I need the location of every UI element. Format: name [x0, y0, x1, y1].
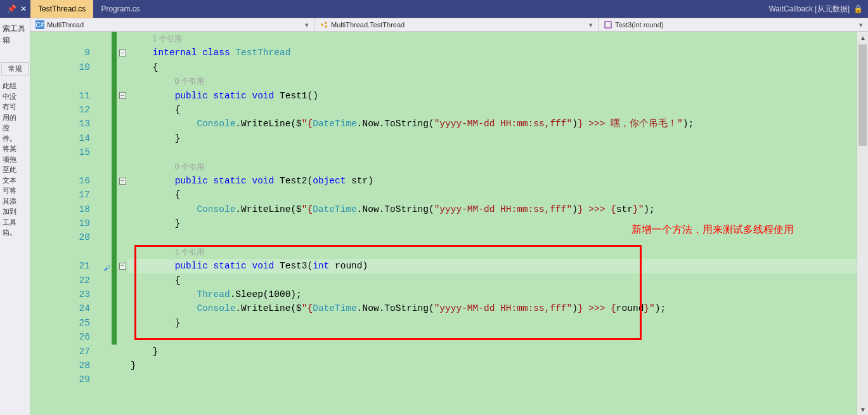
status-right: WaitCallback [从元数据] 🔒 [768, 0, 868, 18]
code-row: 14 } [30, 131, 868, 145]
svg-text:C#: C# [36, 22, 44, 29]
code-text: } [128, 359, 868, 372]
code-text [128, 145, 868, 159]
code-text: internal class TestThread [128, 46, 868, 60]
vertical-scrollbar[interactable]: ▲ ▼ [857, 32, 868, 415]
line-number [30, 245, 96, 259]
glyph-margin [96, 359, 112, 372]
change-marker [112, 145, 117, 159]
class-selector[interactable]: MultiThread.TestThread ▾ [314, 18, 599, 31]
line-number: 19 [30, 216, 96, 230]
code-row: 10 { [30, 60, 868, 74]
codelens-references[interactable]: 1 个引用 [153, 34, 182, 43]
namespace-selector[interactable]: C# MultiThread ▾ [30, 18, 314, 31]
codelens-references[interactable]: 0 个引用 [175, 162, 204, 171]
class-icon [320, 20, 328, 29]
glyph-margin [96, 74, 112, 88]
code-nav-bar: C# MultiThread ▾ MultiThread.TestThread … [30, 18, 868, 32]
glyph-margin [96, 131, 112, 145]
toolbox-category[interactable]: 常规 [1, 62, 29, 76]
change-marker [112, 202, 117, 216]
fold-gutter [117, 117, 128, 131]
glyph-margin [96, 160, 112, 174]
change-marker [112, 273, 117, 287]
code-row: 12 { [30, 103, 868, 117]
glyph-margin: 🖌 [96, 259, 112, 273]
fold-gutter [117, 230, 128, 244]
tab-label: Program.cs [101, 4, 139, 13]
glyph-margin [96, 60, 112, 74]
change-marker [112, 131, 117, 145]
code-row: 23 Thread.Sleep(1000); [30, 287, 868, 301]
code-text: { [128, 60, 868, 74]
change-marker [112, 32, 117, 46]
glyph-margin [96, 202, 112, 216]
code-row: 26 [30, 330, 868, 344]
code-row: 0 个引用 [30, 74, 868, 88]
close-icon[interactable]: ✕ [20, 4, 27, 13]
member-selector[interactable]: Test3(int round) ▾ [599, 18, 868, 31]
chevron-down-icon: ▾ [859, 21, 863, 29]
toolbox-empty-text: 此组 中没 有可 用的 控 件。 将某 项拖 至此 文本 可将 其添 加到 工具… [1, 78, 29, 240]
line-number: 10 [30, 60, 96, 74]
fold-gutter [117, 345, 128, 359]
change-marker [112, 359, 117, 372]
line-number [30, 74, 96, 88]
pin-icon[interactable]: 📌 [7, 4, 16, 13]
code-text: 0 个引用 [128, 160, 868, 174]
line-number: 16 [30, 174, 96, 188]
fold-gutter [117, 202, 128, 216]
scroll-up-icon[interactable]: ▲ [857, 32, 868, 43]
fold-gutter [117, 216, 128, 230]
fold-gutter[interactable]: − [117, 46, 128, 60]
code-text: Console.WriteLine($"{DateTime.Now.ToStri… [128, 202, 868, 216]
glyph-margin [96, 273, 112, 287]
change-marker [112, 216, 117, 230]
code-editor[interactable]: 1 个引用 9 − internal class TestThread 10 { [30, 32, 868, 415]
csharp-icon: C# [36, 20, 44, 29]
code-text: { [128, 188, 868, 202]
fold-gutter [117, 273, 128, 287]
change-marker [112, 316, 117, 330]
svg-point-3 [325, 22, 327, 24]
glyph-margin [96, 245, 112, 259]
tab-program[interactable]: Program.cs [93, 0, 147, 18]
codelens-references[interactable]: 0 个引用 [175, 77, 204, 86]
fold-gutter [117, 316, 128, 330]
code-row: 24 Console.WriteLine($"{DateTime.Now.ToS… [30, 301, 868, 315]
glyph-margin [96, 330, 112, 344]
line-number: 26 [30, 330, 96, 344]
line-number: 25 [30, 316, 96, 330]
scroll-down-icon[interactable]: ▼ [857, 404, 868, 415]
fold-gutter[interactable]: − [117, 89, 128, 103]
code-text: 1 个引用 [128, 32, 868, 46]
member-label: Test3(int round) [615, 21, 663, 29]
glyph-margin [96, 372, 112, 386]
fold-gutter [117, 287, 128, 301]
fold-gutter [117, 188, 128, 202]
change-marker [112, 160, 117, 174]
glyph-margin [96, 216, 112, 230]
status-text: WaitCallback [从元数据] [768, 4, 850, 15]
glyph-margin [96, 117, 112, 131]
glyph-margin [96, 301, 112, 315]
codelens-references[interactable]: 1 个引用 [175, 247, 204, 256]
main-area: 索工具箱 常规 此组 中没 有可 用的 控 件。 将某 项拖 至此 文本 可将 … [0, 18, 868, 415]
tab-testthread[interactable]: TestThread.cs [30, 0, 93, 18]
scroll-thumb[interactable] [858, 44, 867, 146]
fold-minus-icon: − [119, 92, 126, 99]
fold-gutter[interactable]: − [117, 174, 128, 188]
editor-wrap: C# MultiThread ▾ MultiThread.TestThread … [30, 18, 868, 415]
glyph-margin [96, 345, 112, 359]
code-row: 29 [30, 372, 868, 386]
glyph-margin [96, 32, 112, 46]
fold-gutter[interactable]: − [117, 259, 128, 273]
line-number: 21 [30, 259, 96, 273]
code-row: 27 } [30, 345, 868, 359]
line-number: 11 [30, 89, 96, 103]
glyph-margin [96, 174, 112, 188]
fold-gutter [117, 131, 128, 145]
class-label: MultiThread.TestThread [331, 21, 405, 29]
code-text [128, 372, 868, 386]
svg-point-4 [325, 25, 327, 28]
